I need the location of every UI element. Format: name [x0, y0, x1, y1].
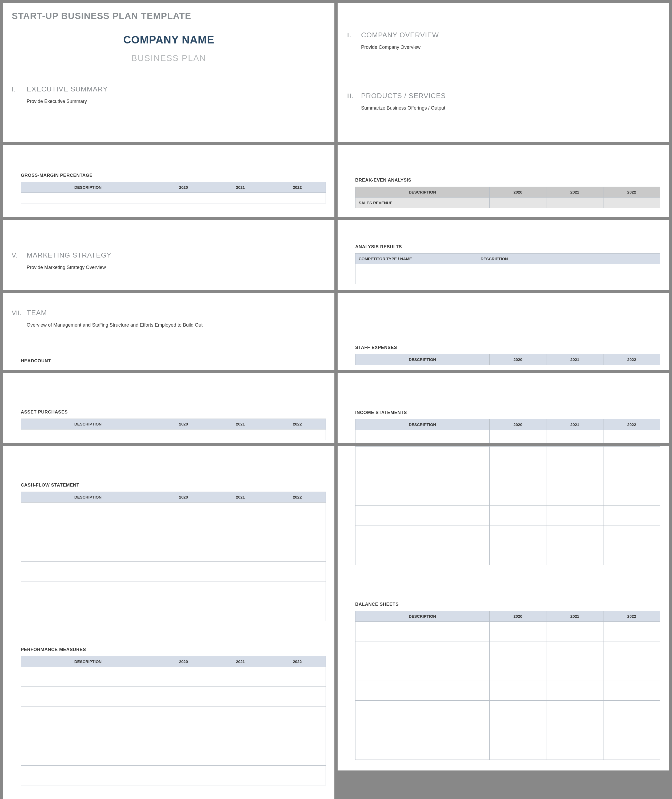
th-2022: 2022: [269, 182, 326, 193]
th-2021: 2021: [212, 182, 269, 193]
section-products-services: III. PRODUCTS / SERVICES: [346, 92, 660, 100]
th-2020: 2020: [155, 492, 212, 503]
cell: [212, 430, 269, 440]
cell: [546, 506, 603, 526]
cell: [355, 720, 490, 740]
cell: [155, 562, 212, 582]
th-description: DESCRIPTION: [355, 611, 490, 622]
th-2020: 2020: [489, 419, 546, 430]
cell: [212, 193, 269, 203]
section-number: V.: [12, 252, 21, 259]
cell: [355, 622, 490, 641]
th-2022: 2022: [603, 419, 660, 430]
page-income-top: INCOME STATEMENTS DESCRIPTION 2020 2021 …: [338, 373, 669, 443]
th-2021: 2021: [546, 611, 603, 622]
cell: [546, 641, 603, 661]
cell: [489, 701, 546, 720]
th-2020: 2020: [155, 419, 212, 430]
cell: [603, 486, 660, 506]
cell: [212, 746, 269, 765]
cell: [546, 681, 603, 701]
page-asset-purchases: ASSET PURCHASES DESCRIPTION 2020 2021 20…: [3, 373, 334, 443]
section-body: Overview of Management and Staffing Stru…: [27, 322, 326, 328]
cell: [477, 264, 660, 284]
section-body: Summarize Business Offerings / Output: [361, 105, 660, 112]
cell: [269, 765, 326, 785]
th-2020: 2020: [489, 354, 546, 365]
subsection-income-statements: INCOME STATEMENTS: [355, 410, 660, 415]
table-gross-margin: DESCRIPTION 2020 2021 2022: [21, 182, 326, 203]
document-title: START-UP BUSINESS PLAN TEMPLATE: [12, 11, 326, 21]
th-description: DESCRIPTION: [21, 182, 155, 193]
cell: [489, 198, 546, 208]
th-2021: 2021: [212, 492, 269, 503]
cell: [212, 765, 269, 785]
cell: [21, 542, 155, 562]
section-number: VII.: [12, 309, 21, 317]
cell: [269, 706, 326, 726]
cell: [489, 506, 546, 526]
th-2020: 2020: [489, 187, 546, 198]
cell: [355, 740, 490, 760]
cell: [603, 641, 660, 661]
cell: [489, 720, 546, 740]
th-description: DESCRIPTION: [355, 354, 490, 365]
subsection-gross-margin: GROSS-MARGIN PERCENTAGE: [21, 173, 326, 178]
cell: [603, 740, 660, 760]
cell: [269, 562, 326, 582]
cell: [489, 430, 546, 443]
cell: [489, 466, 546, 486]
subsection-performance: PERFORMANCE MEASURES: [21, 647, 326, 652]
cell: [21, 562, 155, 582]
cell: [212, 726, 269, 746]
th-2022: 2022: [603, 611, 660, 622]
cell: [155, 667, 212, 687]
cell: [489, 641, 546, 661]
cell: [546, 622, 603, 641]
cell: [155, 706, 212, 726]
section-title: EXECUTIVE SUMMARY: [27, 85, 108, 93]
cell: [546, 720, 603, 740]
cell: [546, 526, 603, 545]
subtitle: BUSINESS PLAN: [12, 53, 326, 63]
cell: [155, 503, 212, 522]
cell: [546, 466, 603, 486]
th-2020: 2020: [489, 611, 546, 622]
cell: [269, 601, 326, 621]
cell: [355, 701, 490, 720]
cell: [21, 503, 155, 522]
section-body: Provide Executive Summary: [27, 98, 326, 105]
cell: [355, 681, 490, 701]
subsection-staff-expenses: STAFF EXPENSES: [355, 345, 660, 350]
cell: [21, 430, 155, 440]
cell: [355, 526, 490, 545]
cell: [489, 526, 546, 545]
table-cash-flow: DESCRIPTION 2020 2021 2022: [21, 492, 326, 621]
cell: [546, 661, 603, 681]
th-description: DESCRIPTION: [355, 419, 490, 430]
page-gross-margin: GROSS-MARGIN PERCENTAGE DESCRIPTION 2020…: [3, 145, 334, 217]
cell: [212, 582, 269, 601]
cell: [546, 545, 603, 565]
cell: [603, 661, 660, 681]
section-company-overview: II. COMPANY OVERVIEW: [346, 31, 660, 39]
table-balance-sheets: DESCRIPTION 2020 2021 2022: [355, 611, 660, 760]
cell: [212, 542, 269, 562]
cell: [269, 726, 326, 746]
cell: [355, 506, 490, 526]
page-staff-expenses: STAFF EXPENSES DESCRIPTION 2020 2021 202…: [338, 293, 669, 370]
cell: [21, 706, 155, 726]
th-2020: 2020: [155, 182, 212, 193]
cell: [603, 545, 660, 565]
cell: [155, 542, 212, 562]
cell: [603, 466, 660, 486]
cell: [212, 601, 269, 621]
cell: [212, 522, 269, 542]
cell: [603, 447, 660, 466]
cell: [355, 466, 490, 486]
cell: [603, 720, 660, 740]
th-description: DESCRIPTION: [477, 254, 660, 264]
cell: [155, 765, 212, 785]
page-break-even: BREAK-EVEN ANALYSIS DESCRIPTION 2020 202…: [338, 145, 669, 217]
th-2021: 2021: [546, 354, 603, 365]
